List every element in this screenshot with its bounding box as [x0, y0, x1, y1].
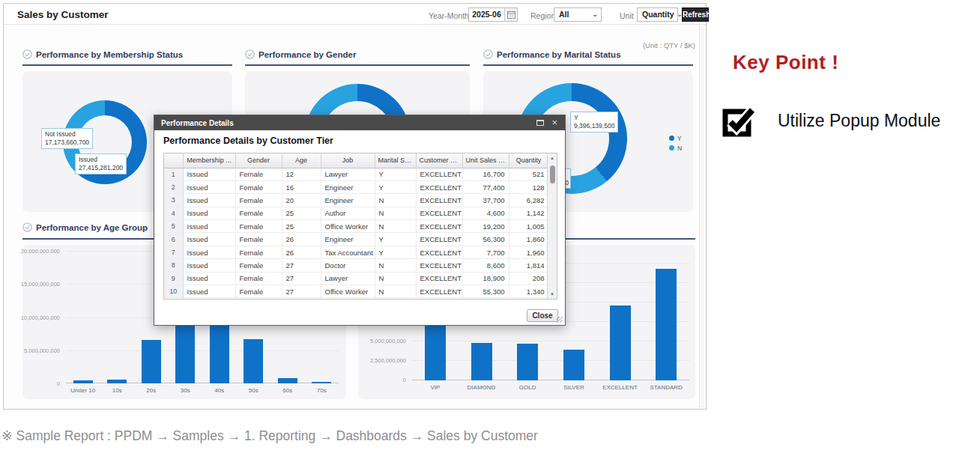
table-row[interactable]: 5IssuedFemale25Office WorkerNEXCELLENT19… — [164, 220, 548, 233]
circle-check-icon — [483, 49, 493, 59]
bar-60s[interactable] — [278, 378, 297, 383]
gridline — [412, 341, 689, 341]
bar-under-10[interactable] — [73, 380, 93, 383]
table-header-row: Membership ...GenderAgeJobMarital Status… — [164, 153, 548, 168]
table-row[interactable]: 9IssuedFemale27LawyerNEXCELLENT18,900208 — [164, 272, 548, 285]
dashboard-scrollbar[interactable] — [699, 26, 704, 407]
cell: Engineer — [321, 233, 375, 246]
column-header[interactable]: Customer Gra.. — [416, 153, 462, 168]
x-axis-label: Under 10 — [66, 387, 100, 394]
cell: Female — [235, 194, 282, 207]
region-select[interactable]: All ⌄ — [554, 7, 602, 22]
close-button[interactable]: Close — [527, 309, 558, 322]
cell: EXCELLENT — [416, 168, 462, 180]
table-row[interactable]: 1IssuedFemale12LawyerYEXCELLENT16,700521 — [164, 168, 548, 180]
cell: Issued — [183, 272, 235, 285]
row-number: 3 — [164, 194, 183, 207]
cell: Issued — [183, 259, 235, 272]
cell: Female — [235, 207, 282, 219]
bar-20s[interactable] — [142, 340, 161, 383]
region-value: All — [559, 8, 569, 21]
bar-diamond[interactable] — [471, 343, 492, 380]
table-scrollbar[interactable]: ▲ ▼ — [547, 153, 557, 299]
y-axis-label: 0 — [57, 380, 60, 387]
resize-grip[interactable] — [557, 317, 563, 323]
popup-titlebar[interactable]: Performance Details × — [154, 115, 565, 130]
year-month-input[interactable]: 2025-06 — [468, 7, 518, 22]
section-title-text: Performance by Marital Status — [497, 50, 621, 59]
table-row[interactable]: 7IssuedFemale26Tax AccountantYEXCELLENT7… — [164, 246, 548, 258]
calendar-icon[interactable] — [504, 8, 517, 21]
bar-gold[interactable] — [517, 344, 538, 381]
x-axis-label: 10s — [100, 387, 135, 394]
bar-30s[interactable] — [175, 322, 195, 383]
bar-10s[interactable] — [107, 380, 127, 383]
y-axis-label: 0 — [403, 377, 406, 383]
callout-value: 27,415,281,200 — [79, 164, 123, 172]
legend-dot-y-icon — [669, 136, 674, 141]
cell: Female — [235, 272, 282, 285]
cell: Lawyer — [321, 272, 375, 285]
column-header[interactable]: Quantity — [509, 153, 548, 168]
column-header[interactable] — [164, 153, 183, 168]
cell: Female — [235, 246, 282, 258]
region-label: Region — [530, 11, 555, 20]
table-row[interactable]: 10IssuedFemale27Office WorkerNEXCELLENT5… — [164, 285, 548, 298]
cell: 16 — [282, 180, 321, 193]
cell: Tax Accountant — [321, 246, 375, 258]
x-axis-label: 50s — [237, 387, 271, 394]
callout-issued: Issued 27,415,281,200 — [75, 153, 127, 174]
maximize-icon[interactable] — [536, 116, 544, 130]
bar-50s[interactable] — [244, 339, 263, 383]
bar-vip[interactable] — [425, 323, 446, 380]
bar-standard[interactable] — [656, 269, 677, 380]
scroll-down-icon[interactable]: ▼ — [548, 292, 557, 297]
cell: 4,600 — [462, 207, 509, 219]
column-header[interactable]: Unit Sales Price — [462, 153, 509, 168]
bar-excellent[interactable] — [610, 305, 631, 380]
cell: Engineer — [321, 194, 375, 207]
cell: 8,600 — [462, 259, 509, 272]
cell: N — [375, 272, 416, 285]
popup-title: Performance Details — [161, 119, 536, 127]
column-header[interactable]: Membership ... — [183, 153, 235, 168]
cell: 27 — [282, 259, 321, 272]
section-underline — [22, 64, 232, 66]
marital-legend: Y N — [669, 133, 682, 153]
x-axis-label: 20s — [134, 387, 169, 394]
details-grid: Membership ...GenderAgeJobMarital Status… — [163, 153, 557, 300]
scrollbar-thumb[interactable] — [550, 165, 555, 183]
bar-70s[interactable] — [312, 382, 331, 383]
column-header[interactable]: Gender — [235, 153, 282, 168]
cell: Doctor — [321, 259, 375, 272]
close-icon[interactable]: × — [551, 116, 557, 130]
unit-select[interactable]: Quantity ⌄ — [637, 7, 678, 22]
cell: 19,200 — [462, 220, 509, 233]
x-axis-label: 40s — [202, 387, 237, 394]
cell: Engineer — [321, 180, 375, 193]
table-row[interactable]: 8IssuedFemale27DoctorNEXCELLENT8,6001,81… — [164, 259, 548, 272]
year-month-value[interactable]: 2025-06 — [469, 8, 504, 21]
table-row[interactable]: 3IssuedFemale20EngineerNEXCELLENT37,7006… — [164, 194, 548, 207]
bar-40s[interactable] — [210, 322, 229, 383]
cell: Y — [375, 246, 416, 258]
column-header[interactable]: Marital Status — [375, 153, 416, 168]
x-axis-label: EXCELLENT — [597, 384, 644, 391]
table-row[interactable]: 4IssuedFemale25AuthorNEXCELLENT4,6001,14… — [164, 207, 548, 219]
bar-silver[interactable] — [563, 350, 584, 380]
row-number: 4 — [164, 207, 183, 219]
cell: 1,814 — [509, 259, 548, 272]
table-row[interactable]: 2IssuedFemale16EngineerYEXCELLENT77,4001… — [164, 180, 548, 193]
cell: Female — [235, 168, 282, 180]
callout-label: Y — [574, 114, 614, 122]
refresh-button[interactable]: Refresh — [682, 7, 709, 22]
key-point-title: Key Point ! — [733, 51, 838, 74]
cell: Issued — [183, 233, 235, 246]
circle-check-icon — [22, 222, 32, 232]
column-header[interactable]: Job — [321, 153, 375, 168]
legend-label-y: Y — [677, 135, 682, 142]
cell: 1,005 — [509, 220, 548, 233]
scroll-up-icon[interactable]: ▲ — [548, 156, 557, 160]
column-header[interactable]: Age — [282, 153, 321, 168]
table-row[interactable]: 6IssuedFemale26EngineerYEXCELLENT56,3001… — [164, 233, 548, 246]
